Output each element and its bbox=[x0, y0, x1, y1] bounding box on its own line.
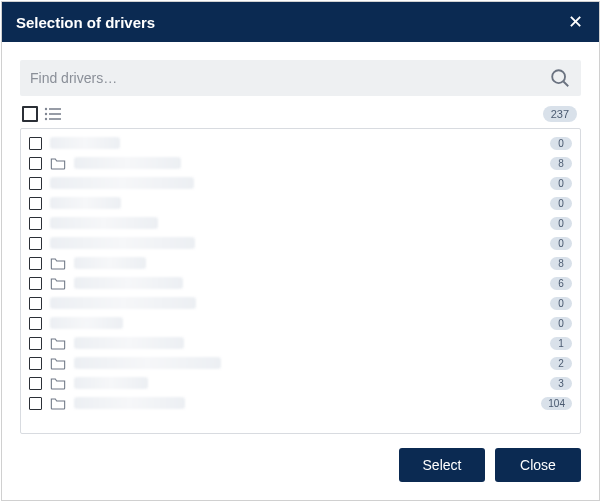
search-field-wrap bbox=[20, 60, 581, 96]
folder-icon bbox=[50, 156, 66, 170]
list-item[interactable]: 0 bbox=[27, 233, 574, 253]
row-count-badge: 6 bbox=[550, 277, 572, 290]
row-checkbox[interactable] bbox=[29, 137, 42, 150]
close-button[interactable]: Close bbox=[495, 448, 581, 482]
row-checkbox[interactable] bbox=[29, 317, 42, 330]
folder-icon bbox=[50, 256, 66, 270]
row-count-badge: 0 bbox=[550, 137, 572, 150]
toolbar-row: 237 bbox=[20, 104, 581, 128]
row-label bbox=[50, 237, 195, 249]
row-count-badge: 2 bbox=[550, 357, 572, 370]
row-checkbox[interactable] bbox=[29, 257, 42, 270]
row-label bbox=[50, 297, 196, 309]
folder-icon bbox=[50, 396, 66, 410]
svg-point-4 bbox=[45, 113, 47, 115]
svg-point-6 bbox=[45, 118, 47, 120]
dialog-body: 237 0800008600123104 bbox=[2, 42, 599, 434]
row-checkbox[interactable] bbox=[29, 297, 42, 310]
list-item[interactable]: 2 bbox=[27, 353, 574, 373]
list-item[interactable]: 0 bbox=[27, 133, 574, 153]
row-count-badge: 0 bbox=[550, 317, 572, 330]
dialog-footer: Select Close bbox=[2, 434, 599, 500]
row-label bbox=[74, 397, 185, 409]
row-checkbox[interactable] bbox=[29, 277, 42, 290]
row-count-badge: 0 bbox=[550, 237, 572, 250]
row-checkbox[interactable] bbox=[29, 177, 42, 190]
list-item[interactable]: 1 bbox=[27, 333, 574, 353]
row-count-badge: 104 bbox=[541, 397, 572, 410]
row-checkbox[interactable] bbox=[29, 337, 42, 350]
driver-list-container: 0800008600123104 bbox=[20, 128, 581, 434]
row-label bbox=[50, 177, 194, 189]
driver-list-scroll[interactable]: 0800008600123104 bbox=[21, 129, 580, 433]
list-item[interactable]: 0 bbox=[27, 313, 574, 333]
list-item[interactable]: 0 bbox=[27, 213, 574, 233]
select-button[interactable]: Select bbox=[399, 448, 485, 482]
row-checkbox[interactable] bbox=[29, 237, 42, 250]
row-label bbox=[50, 317, 123, 329]
toolbar-left bbox=[22, 106, 62, 122]
row-label bbox=[50, 217, 158, 229]
svg-point-0 bbox=[552, 70, 565, 83]
row-count-badge: 8 bbox=[550, 157, 572, 170]
list-item[interactable]: 8 bbox=[27, 253, 574, 273]
row-checkbox[interactable] bbox=[29, 197, 42, 210]
list-view-icon[interactable] bbox=[44, 107, 62, 121]
folder-icon bbox=[50, 376, 66, 390]
list-item[interactable]: 8 bbox=[27, 153, 574, 173]
row-count-badge: 1 bbox=[550, 337, 572, 350]
titlebar: Selection of drivers ✕ bbox=[2, 2, 599, 42]
row-count-badge: 0 bbox=[550, 217, 572, 230]
row-label bbox=[74, 277, 183, 289]
list-item[interactable]: 104 bbox=[27, 393, 574, 413]
row-count-badge: 3 bbox=[550, 377, 572, 390]
row-label bbox=[74, 377, 148, 389]
row-label bbox=[50, 197, 121, 209]
list-item[interactable]: 0 bbox=[27, 193, 574, 213]
folder-icon bbox=[50, 336, 66, 350]
row-count-badge: 8 bbox=[550, 257, 572, 270]
driver-selection-dialog: Selection of drivers ✕ bbox=[1, 1, 600, 501]
search-input[interactable] bbox=[30, 70, 549, 86]
row-count-badge: 0 bbox=[550, 197, 572, 210]
row-label bbox=[74, 257, 146, 269]
row-label bbox=[74, 357, 221, 369]
folder-icon bbox=[50, 356, 66, 370]
row-count-badge: 0 bbox=[550, 297, 572, 310]
row-count-badge: 0 bbox=[550, 177, 572, 190]
close-icon[interactable]: ✕ bbox=[565, 12, 585, 32]
list-item[interactable]: 3 bbox=[27, 373, 574, 393]
dialog-title: Selection of drivers bbox=[16, 14, 155, 31]
row-label bbox=[74, 337, 184, 349]
row-checkbox[interactable] bbox=[29, 157, 42, 170]
list-item[interactable]: 6 bbox=[27, 273, 574, 293]
row-label bbox=[50, 137, 120, 149]
svg-line-1 bbox=[563, 81, 568, 86]
row-checkbox[interactable] bbox=[29, 357, 42, 370]
row-label bbox=[74, 157, 181, 169]
total-count-badge: 237 bbox=[543, 106, 577, 122]
row-checkbox[interactable] bbox=[29, 217, 42, 230]
folder-icon bbox=[50, 276, 66, 290]
row-checkbox[interactable] bbox=[29, 377, 42, 390]
search-icon bbox=[549, 67, 571, 89]
svg-point-2 bbox=[45, 108, 47, 110]
list-item[interactable]: 0 bbox=[27, 173, 574, 193]
list-item[interactable]: 0 bbox=[27, 293, 574, 313]
row-checkbox[interactable] bbox=[29, 397, 42, 410]
select-all-checkbox[interactable] bbox=[22, 106, 38, 122]
